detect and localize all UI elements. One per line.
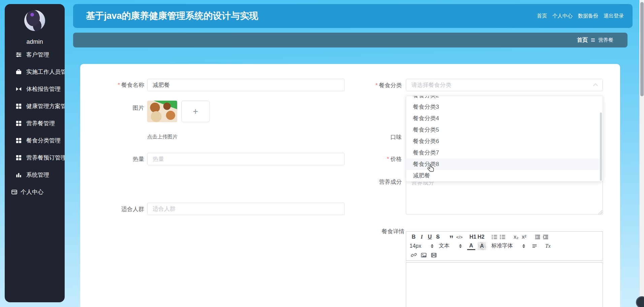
sidebar-item-label: 健康管理方案管理 <box>26 102 65 110</box>
updown-arrows-icon[interactable] <box>459 244 462 248</box>
bar-chart-icon <box>15 172 22 178</box>
mouse-cursor-icon <box>426 164 436 173</box>
sidebar-item-label: 系统管理 <box>26 171 49 179</box>
image-label: 图片 <box>133 105 144 111</box>
highlight-color-button[interactable]: A <box>478 242 486 250</box>
sidebar-item-meal-category-management[interactable]: 餐食分类管理 <box>5 132 65 149</box>
sidebar-item-staff-management[interactable]: 实施工作人员管理 <box>5 63 65 80</box>
font-color-button[interactable]: A <box>467 242 475 250</box>
nav-profile[interactable]: 个人中心 <box>552 13 573 19</box>
sidebar-item-meal-booking-management[interactable]: 营养餐预订管理 <box>5 149 65 166</box>
font-family-select[interactable]: 标准字体 <box>491 242 513 250</box>
meal-name-input[interactable] <box>147 79 345 91</box>
toolbar-row-1: B I U S ” </> H1 H2 x₂ x² <box>410 233 599 241</box>
nav-logout[interactable]: 退出登录 <box>604 13 624 19</box>
floating-widget[interactable] <box>636 296 644 307</box>
insert-image-button[interactable] <box>420 251 428 259</box>
toolbar-row-2: 14px 文本 A A 标准字体 Tx <box>410 242 599 250</box>
unordered-list-icon <box>500 234 506 240</box>
category-label: *餐食分类 <box>375 82 402 89</box>
detail-label: 餐食详情 <box>382 228 405 235</box>
strikethrough-button[interactable]: S <box>434 233 442 241</box>
category-option[interactable]: 餐食分类2 <box>406 96 603 101</box>
video-icon <box>431 252 437 258</box>
line-height-icon <box>532 243 538 249</box>
nav-home[interactable]: 首页 <box>537 13 547 19</box>
heading2-button[interactable]: H2 <box>477 233 485 241</box>
avatar <box>24 10 45 31</box>
sidebar-item-health-plan-management[interactable]: 健康管理方案管理 <box>5 98 65 115</box>
page-title: 基于java的康养健康管理系统的设计与实现 <box>86 4 258 28</box>
heading1-button[interactable]: H1 <box>469 233 477 241</box>
card-icon <box>11 189 18 195</box>
indent-icon <box>543 234 549 240</box>
category-option[interactable]: 餐食分类7 <box>406 147 603 159</box>
grid-icon <box>15 137 22 144</box>
plus-icon: + <box>193 106 198 117</box>
sidebar-item-label: 营养餐预订管理 <box>26 154 65 162</box>
editor-toolbar: B I U S ” </> H1 H2 x₂ x² 14px <box>406 231 603 261</box>
upload-tip: 点击上传图片 <box>147 134 178 140</box>
code-button[interactable]: </> <box>455 233 463 241</box>
sidebar-item-checkup-report-management[interactable]: 体检报告管理 <box>5 80 65 98</box>
taste-label: 口味 <box>390 134 402 141</box>
sidebar-item-label: 体检报告管理 <box>26 85 61 93</box>
link-button[interactable] <box>410 251 418 259</box>
sidebar-item-meal-management[interactable]: 营养餐管理 <box>5 115 65 132</box>
nutrition-label: 营养成分 <box>379 179 402 185</box>
sidebar-item-label: 个人中心 <box>21 188 43 196</box>
bold-button[interactable]: B <box>410 233 418 241</box>
ordered-list-button[interactable] <box>490 233 498 241</box>
blockquote-button[interactable]: ” <box>447 233 455 241</box>
subscript-button[interactable]: x₂ <box>512 233 520 241</box>
sidebar-item-profile[interactable]: 个人中心 <box>5 183 65 201</box>
superscript-button[interactable]: x² <box>520 233 528 241</box>
image-upload-button[interactable]: + <box>181 101 210 122</box>
updown-arrows-icon[interactable] <box>522 244 525 248</box>
category-option[interactable]: 减肥餐 <box>406 170 603 181</box>
category-select[interactable] <box>406 79 603 91</box>
crowd-input[interactable] <box>147 203 345 215</box>
sliders-icon <box>15 52 22 58</box>
dropdown-scrollbar-thumb[interactable] <box>600 112 602 181</box>
editor-content-area[interactable] <box>406 262 603 307</box>
sidebar-item-label: 实施工作人员管理 <box>26 68 65 76</box>
indent-button[interactable] <box>542 233 550 241</box>
italic-button[interactable]: I <box>418 233 426 241</box>
calories-input[interactable] <box>147 153 345 165</box>
category-option[interactable]: 餐食分类5 <box>406 124 603 136</box>
sidebar-item-system-management[interactable]: 系统管理 <box>5 166 65 183</box>
category-option[interactable]: 餐食分类3 <box>406 101 603 113</box>
hamburger-separator-icon <box>591 38 595 42</box>
app-root: admin 客户管理 实施工作人员管理 体检报告管理 <box>0 0 644 307</box>
nav-data-backup[interactable]: 数据备份 <box>578 13 598 19</box>
insert-video-button[interactable] <box>430 251 438 259</box>
page-scrollbar-thumb[interactable] <box>640 2 644 96</box>
meal-photo-thumbnail[interactable] <box>147 101 177 122</box>
category-option[interactable]: 餐食分类6 <box>406 136 603 147</box>
breadcrumb: 首页 营养餐 <box>73 33 627 47</box>
clear-format-button[interactable]: Tx <box>544 242 552 250</box>
page-scrollbar-track[interactable] <box>639 0 644 307</box>
line-height-button[interactable] <box>530 242 539 250</box>
underline-button[interactable]: U <box>426 233 434 241</box>
toolbar-row-3 <box>410 251 599 260</box>
image-icon <box>421 252 427 258</box>
outdent-button[interactable] <box>534 233 542 241</box>
required-mark: * <box>118 82 120 88</box>
outdent-icon <box>535 234 541 240</box>
ordered-list-icon <box>491 234 497 240</box>
header: 基于java的康养健康管理系统的设计与实现 首页 个人中心 数据备份 退出登录 <box>73 4 633 28</box>
crowd-label: 适合人群 <box>121 206 144 213</box>
text-format-select[interactable]: 文本 <box>439 242 450 250</box>
category-option[interactable]: 餐食分类4 <box>406 113 603 124</box>
sidebar-menu: 客户管理 实施工作人员管理 体检报告管理 健康管理方案管理 <box>5 46 65 201</box>
breadcrumb-home[interactable]: 首页 <box>577 37 588 44</box>
font-size-select[interactable]: 14px <box>410 242 421 250</box>
updown-arrows-icon[interactable] <box>431 244 433 248</box>
required-mark: * <box>375 82 378 89</box>
meal-name-label: *餐食名称 <box>118 82 144 89</box>
category-option-hovered[interactable]: 餐食分类8 <box>406 159 603 170</box>
sidebar-item-customer-management[interactable]: 客户管理 <box>5 46 65 63</box>
unordered-list-button[interactable] <box>498 233 507 241</box>
